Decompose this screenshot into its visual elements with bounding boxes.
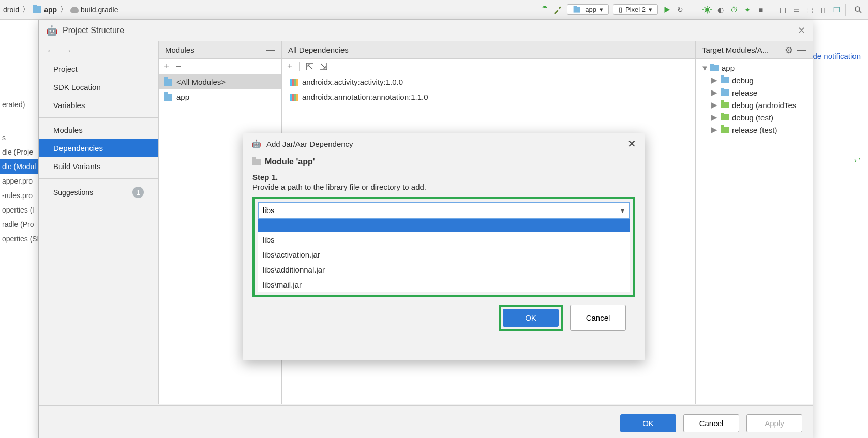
coverage-icon[interactable]: ≣ — [687, 3, 700, 17]
android-device-icon[interactable] — [538, 3, 551, 17]
step-instruction: Provide a path to the library file or di… — [252, 183, 635, 191]
apply-button[interactable]: Apply — [746, 414, 802, 432]
expand-tri-icon[interactable]: ▶ — [711, 113, 717, 122]
nav-variables[interactable]: Variables — [39, 96, 158, 114]
nav-sdk-location[interactable]: SDK Location — [39, 78, 158, 96]
nav-back-icon[interactable]: ← — [46, 46, 55, 56]
android-icon: 🤖 — [46, 25, 57, 36]
remove-module-icon[interactable]: − — [176, 61, 182, 72]
expand-tri-icon[interactable]: ▶ — [711, 100, 717, 110]
highlight-box-ok: OK — [499, 305, 563, 331]
add-dep-icon[interactable]: + — [287, 61, 293, 72]
tree-label: release — [732, 88, 757, 97]
dep-row[interactable]: androidx.activity:activity:1.0.0 — [282, 74, 695, 89]
tree-item-release[interactable]: ▶release — [699, 86, 810, 99]
profiler-icon[interactable]: ◐ — [714, 3, 727, 17]
breadcrumb-app[interactable]: app — [44, 6, 57, 14]
nav-modules[interactable]: Modules — [39, 121, 158, 139]
nav-suggestions[interactable]: Suggestions 1 — [39, 182, 158, 203]
library-path-input[interactable] — [258, 202, 630, 219]
module-label: Module 'app' — [265, 157, 315, 167]
breadcrumb-root[interactable]: droid — [3, 6, 19, 14]
device-selector-label: Pixel 2 — [625, 6, 646, 13]
expand-tri-icon[interactable]: ▶ — [711, 88, 717, 97]
collapse-icon[interactable]: — — [266, 44, 275, 55]
tree-label: debug (test) — [732, 113, 773, 122]
resource-icon[interactable]: ▯ — [816, 3, 830, 17]
suggestion-row[interactable]: libs\mail.jar — [258, 277, 630, 292]
deps-header: All Dependencies — [288, 46, 349, 54]
cancel-button[interactable]: Cancel — [683, 414, 739, 432]
suggestion-row-selected[interactable] — [258, 219, 630, 232]
nav-dependencies[interactable]: Dependencies — [39, 139, 158, 157]
search-icon[interactable] — [851, 3, 865, 17]
gear-icon[interactable]: ⚙ — [785, 44, 793, 56]
svg-point-3 — [855, 7, 860, 11]
speed-icon[interactable]: ⏱ — [727, 3, 741, 17]
breadcrumb: droid 〉 app 〉 build.gradle — [3, 5, 118, 14]
expand-tri-icon[interactable]: ▶ — [711, 125, 717, 134]
folder-icon — [33, 6, 41, 13]
sdk-icon[interactable]: ⬚ — [803, 3, 816, 17]
svg-point-1 — [546, 7, 547, 8]
inner-cancel-button[interactable]: Cancel — [570, 305, 626, 331]
device-selector[interactable]: ▯ Pixel 2 ▾ — [613, 4, 658, 15]
rerun-icon[interactable]: ↻ — [674, 3, 687, 17]
folder-icon — [721, 102, 729, 108]
dialog-titlebar: 🤖 Project Structure ✕ — [39, 20, 813, 41]
sync-icon[interactable]: ▤ — [776, 3, 789, 17]
folder-icon — [252, 159, 261, 165]
stop-icon[interactable]: ■ — [754, 3, 768, 17]
breadcrumb-sep: 〉 — [59, 5, 68, 14]
hammer-icon[interactable] — [551, 3, 565, 17]
attach-icon[interactable]: ✦ — [741, 3, 754, 17]
nav-build-variants[interactable]: Build Variants — [39, 157, 158, 175]
inner-ok-button[interactable]: OK — [503, 309, 559, 327]
debug-icon[interactable] — [700, 3, 714, 17]
tree-fragment: -rules.pro — [0, 188, 38, 203]
tree-item-debug-test[interactable]: ▶debug (test) — [699, 111, 810, 124]
module-all[interactable]: <All Modules> — [159, 74, 281, 89]
dropdown-toggle[interactable]: ▾ — [616, 203, 629, 218]
module-app[interactable]: app — [159, 89, 281, 104]
nav-forward-icon[interactable]: → — [63, 46, 72, 56]
tree-label: release (test) — [732, 126, 777, 134]
target-panel: Target Modules/A... ⚙ — ▼ app ▶debug ▶re… — [696, 41, 813, 404]
nav-project[interactable]: Project — [39, 60, 158, 78]
folder-icon — [721, 77, 729, 83]
module-selector[interactable]: app ▾ — [567, 4, 609, 15]
tree-label: app — [722, 64, 735, 72]
tree-item-release-test[interactable]: ▶release (test) — [699, 124, 810, 136]
collapse-icon[interactable]: — — [797, 44, 806, 55]
suggestion-row[interactable]: libs — [258, 232, 630, 247]
add-module-icon[interactable]: + — [164, 61, 170, 72]
expand-all-icon[interactable]: ⇱ — [306, 61, 313, 72]
avd-icon[interactable]: ▭ — [789, 3, 803, 17]
close-icon[interactable]: ✕ — [627, 138, 636, 150]
run-icon[interactable] — [660, 3, 674, 17]
tree-item-debug-androidtest[interactable]: ▶debug (androidTes — [699, 99, 810, 111]
target-header: Target Modules/A... — [702, 46, 769, 54]
add-jar-aar-dialog: 🤖 Add Jar/Aar Dependency ✕ Module 'app' … — [243, 133, 645, 360]
hide-notification-link[interactable]: Hide notification — [805, 52, 861, 61]
expand-tri-icon[interactable]: ▶ — [711, 75, 717, 85]
cube-icon[interactable]: ❒ — [830, 3, 843, 17]
tree-root-app[interactable]: ▼ app — [699, 62, 810, 74]
ok-button[interactable]: OK — [620, 414, 676, 432]
project-tool-window-cut: erated) s dle (Proje dle (Modul apper.pr… — [0, 20, 38, 423]
chevron-down-icon: ▾ — [649, 6, 652, 13]
android-icon: 🤖 — [251, 139, 261, 148]
dep-row[interactable]: androidx.annotation:annotation:1.1.0 — [282, 89, 695, 104]
collapse-tri-icon[interactable]: ▼ — [701, 64, 707, 72]
nav-suggestions-label: Suggestions — [53, 188, 93, 197]
folder-icon — [721, 114, 729, 120]
highlight-box-path: ▾ libs libs\activation.jar libs\addition… — [252, 197, 635, 297]
breadcrumb-file[interactable]: build.gradle — [81, 6, 118, 14]
tree-item-debug[interactable]: ▶debug — [699, 74, 810, 86]
folder-icon — [574, 7, 580, 12]
suggestion-row[interactable]: libs\additionnal.jar — [258, 262, 630, 277]
suggestion-row[interactable]: libs\activation.jar — [258, 247, 630, 262]
collapse-all-icon[interactable]: ⇲ — [320, 61, 327, 72]
close-icon[interactable]: ✕ — [798, 25, 805, 36]
module-label: <All Modules> — [176, 78, 226, 86]
